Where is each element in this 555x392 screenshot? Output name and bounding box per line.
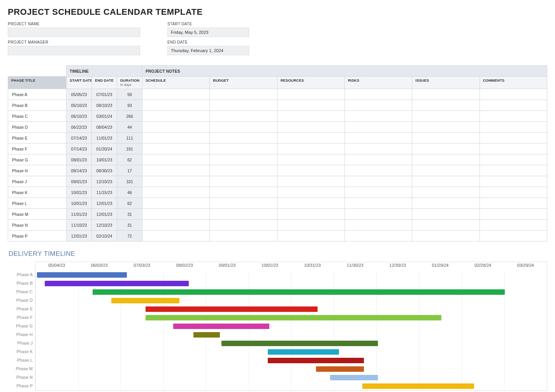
risks-cell[interactable] xyxy=(344,111,412,122)
start-date-field[interactable]: Friday, May 5, 2023 xyxy=(167,28,249,37)
budget-cell[interactable] xyxy=(210,198,277,209)
budget-cell[interactable] xyxy=(210,165,277,176)
risks-cell[interactable] xyxy=(344,176,412,187)
start-cell[interactable]: 11/01/23 xyxy=(67,209,92,220)
schedule-cell[interactable] xyxy=(142,133,210,144)
budget-cell[interactable] xyxy=(210,187,277,198)
end-cell[interactable]: 01/20/24 xyxy=(92,144,117,154)
start-cell[interactable]: 05/10/23 xyxy=(67,100,92,111)
resources-cell[interactable] xyxy=(277,89,344,100)
budget-cell[interactable] xyxy=(210,220,277,231)
resources-cell[interactable] xyxy=(277,144,344,154)
schedule-cell[interactable] xyxy=(142,198,210,209)
budget-cell[interactable] xyxy=(210,111,277,122)
start-cell[interactable]: 06/22/23 xyxy=(67,122,92,133)
phase-cell[interactable]: Phase A xyxy=(8,89,67,100)
end-cell[interactable]: 12/10/23 xyxy=(92,220,117,231)
phase-cell[interactable]: Phase D xyxy=(8,122,67,133)
phase-cell[interactable]: Phase P xyxy=(8,231,67,242)
budget-cell[interactable] xyxy=(210,209,277,220)
end-cell[interactable]: 08/10/23 xyxy=(92,100,117,111)
end-cell[interactable]: 11/01/23 xyxy=(92,133,117,144)
issues-cell[interactable] xyxy=(412,220,479,231)
budget-cell[interactable] xyxy=(210,144,277,154)
end-cell[interactable]: 12/01/23 xyxy=(92,198,117,209)
schedule-cell[interactable] xyxy=(142,187,210,198)
issues-cell[interactable] xyxy=(412,165,479,176)
issues-cell[interactable] xyxy=(412,122,479,133)
comments-cell[interactable] xyxy=(479,133,547,144)
end-cell[interactable]: 08/04/23 xyxy=(92,122,117,133)
risks-cell[interactable] xyxy=(344,122,412,133)
resources-cell[interactable] xyxy=(277,176,344,187)
risks-cell[interactable] xyxy=(344,154,412,165)
risks-cell[interactable] xyxy=(344,100,412,111)
comments-cell[interactable] xyxy=(479,231,547,242)
resources-cell[interactable] xyxy=(277,100,344,111)
schedule-cell[interactable] xyxy=(142,154,210,165)
issues-cell[interactable] xyxy=(412,176,479,187)
start-cell[interactable]: 05/05/23 xyxy=(67,89,92,100)
end-cell[interactable]: 03/01/24 xyxy=(92,111,117,122)
comments-cell[interactable] xyxy=(479,209,547,220)
start-cell[interactable]: 11/10/23 xyxy=(67,220,92,231)
start-cell[interactable]: 08/14/23 xyxy=(67,165,92,176)
end-cell[interactable]: 02/10/24 xyxy=(92,231,117,242)
comments-cell[interactable] xyxy=(479,187,547,198)
phase-cell[interactable]: Phase K xyxy=(8,187,67,198)
budget-cell[interactable] xyxy=(210,231,277,242)
schedule-cell[interactable] xyxy=(142,176,210,187)
resources-cell[interactable] xyxy=(277,154,344,165)
risks-cell[interactable] xyxy=(344,198,412,209)
issues-cell[interactable] xyxy=(412,154,479,165)
comments-cell[interactable] xyxy=(479,198,547,209)
resources-cell[interactable] xyxy=(277,231,344,242)
risks-cell[interactable] xyxy=(344,231,412,242)
risks-cell[interactable] xyxy=(344,89,412,100)
start-cell[interactable]: 08/01/23 xyxy=(67,154,92,165)
resources-cell[interactable] xyxy=(277,122,344,133)
phase-cell[interactable]: Phase L xyxy=(8,198,67,209)
comments-cell[interactable] xyxy=(479,122,547,133)
end-cell[interactable]: 07/01/23 xyxy=(92,89,117,100)
risks-cell[interactable] xyxy=(344,187,412,198)
schedule-cell[interactable] xyxy=(142,144,210,154)
phase-cell[interactable]: Phase M xyxy=(8,209,67,220)
resources-cell[interactable] xyxy=(277,209,344,220)
issues-cell[interactable] xyxy=(412,133,479,144)
budget-cell[interactable] xyxy=(210,176,277,187)
issues-cell[interactable] xyxy=(412,231,479,242)
risks-cell[interactable] xyxy=(344,165,412,176)
start-cell[interactable]: 06/10/23 xyxy=(67,111,92,122)
resources-cell[interactable] xyxy=(277,187,344,198)
schedule-cell[interactable] xyxy=(142,100,210,111)
project-manager-field[interactable] xyxy=(8,46,140,55)
phase-cell[interactable]: Phase E xyxy=(8,133,67,144)
resources-cell[interactable] xyxy=(277,111,344,122)
issues-cell[interactable] xyxy=(412,187,479,198)
issues-cell[interactable] xyxy=(412,209,479,220)
phase-cell[interactable]: Phase G xyxy=(8,154,67,165)
phase-cell[interactable]: Phase B xyxy=(8,100,67,111)
issues-cell[interactable] xyxy=(412,144,479,154)
schedule-cell[interactable] xyxy=(142,209,210,220)
schedule-cell[interactable] xyxy=(142,231,210,242)
start-cell[interactable]: 10/01/23 xyxy=(67,187,92,198)
phase-cell[interactable]: Phase H xyxy=(8,165,67,176)
schedule-cell[interactable] xyxy=(142,122,210,133)
phase-cell[interactable]: Phase C xyxy=(8,111,67,122)
start-cell[interactable]: 07/14/23 xyxy=(67,133,92,144)
phase-cell[interactable]: Phase N xyxy=(8,220,67,231)
risks-cell[interactable] xyxy=(344,133,412,144)
end-cell[interactable]: 12/10/23 xyxy=(92,176,117,187)
budget-cell[interactable] xyxy=(210,89,277,100)
budget-cell[interactable] xyxy=(210,154,277,165)
schedule-cell[interactable] xyxy=(142,165,210,176)
resources-cell[interactable] xyxy=(277,133,344,144)
start-cell[interactable]: 12/01/23 xyxy=(67,231,92,242)
schedule-cell[interactable] xyxy=(142,111,210,122)
risks-cell[interactable] xyxy=(344,209,412,220)
end-cell[interactable]: 11/15/23 xyxy=(92,187,117,198)
comments-cell[interactable] xyxy=(479,165,547,176)
comments-cell[interactable] xyxy=(479,154,547,165)
